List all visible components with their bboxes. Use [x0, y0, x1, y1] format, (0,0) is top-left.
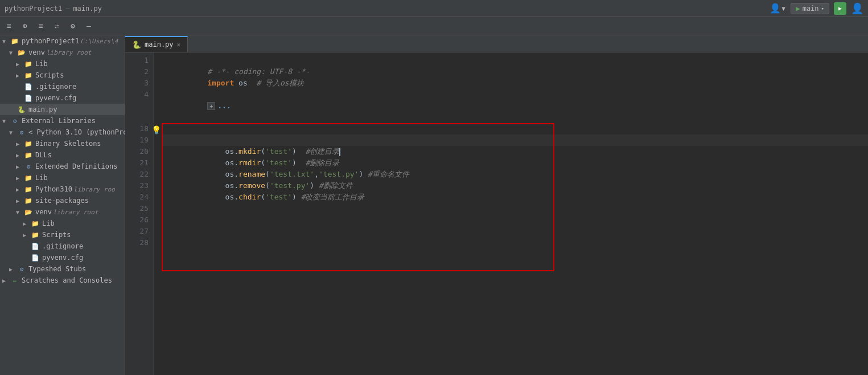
toolbar-settings-btn[interactable]: ⚙	[66, 19, 80, 33]
sidebar-item-lib[interactable]: ▶ 📁 Lib	[0, 58, 125, 70]
sidebar-item-ext-libs[interactable]: ▼ ⚙ External Libraries	[0, 115, 125, 127]
sidebar-item-lib3[interactable]: ▶ 📁 Lib	[0, 218, 125, 229]
code-line-18: 💡	[163, 123, 868, 134]
line-num-27: 27	[125, 226, 149, 237]
sidebar-item-site-packages[interactable]: ▶ 📁 site-packages	[0, 195, 125, 206]
code-line-19: os.mkdir('test') #创建目录	[163, 134, 868, 146]
code-line-4: +...	[163, 89, 868, 100]
sidebar-item-dlls[interactable]: ▶ 📁 DLLs	[0, 149, 125, 161]
sidebar-item-binary-skel[interactable]: ▶ 📁 Binary Skeletons	[0, 138, 125, 149]
code-content[interactable]: # -*- coding: UTF-8 -*- import os # 导入os…	[154, 52, 868, 375]
venv-label: venv	[28, 48, 45, 56]
sidebar-item-pyvenv[interactable]: 📄 pyvenv.cfg	[0, 92, 125, 104]
site-packages-label: site-packages	[35, 197, 89, 205]
folder-icon-lib: 📁	[24, 59, 33, 68]
sidebar-item-venv2[interactable]: ▼ 📂 venv library root	[0, 206, 125, 218]
code-line-3	[163, 78, 868, 89]
toolbar-sync-btn[interactable]: ⇌	[50, 19, 64, 33]
line-num-23: 23	[125, 180, 149, 191]
title-bar: pythonProject1 – main.py 👤▾ ▶ main ▾ 👤	[0, 0, 868, 17]
line-num-28: 28	[125, 237, 149, 248]
sidebar-item-scripts[interactable]: ▶ 📁 Scripts	[0, 70, 125, 81]
lightbulb-icon[interactable]: 💡	[151, 124, 161, 136]
line-num-19: 19	[125, 134, 149, 146]
toolbar-menu-btn[interactable]: ≡	[2, 19, 16, 33]
lib-label: Lib	[35, 60, 48, 68]
sidebar-item-venv[interactable]: ▼ 📂 venv library root	[0, 47, 125, 58]
code-line-28	[163, 237, 868, 248]
toolbar-add-btn[interactable]: ⊕	[18, 19, 32, 33]
tab-main-py[interactable]: 🐍 main.py ✕	[125, 36, 188, 52]
project-sidebar: ▼ 📁 pythonProject1 C:\Users\4 ▼ 📂 venv l…	[0, 35, 125, 375]
arrow-lib3: ▶	[23, 221, 31, 227]
line-num-1: 1	[125, 55, 149, 66]
code-line-22: os.remove('test.py') #删除文件	[163, 169, 868, 180]
sidebar-item-gitignore[interactable]: 📄 .gitignore	[0, 81, 125, 92]
sidebar-item-python310-root[interactable]: ▶ 📁 Python310 library roo	[0, 184, 125, 195]
toolbar-close-btn[interactable]: —	[82, 19, 96, 33]
run-icon: ▶	[796, 5, 800, 13]
folder-icon-site-packages: 📁	[24, 196, 33, 205]
arrow-scripts: ▶	[16, 72, 24, 79]
arrow-python310: ▼	[9, 129, 17, 136]
sidebar-item-main-py[interactable]: 🐍 main.py	[0, 104, 125, 115]
line-num-21: 21	[125, 157, 149, 169]
folder-icon-dlls: 📁	[24, 150, 33, 160]
run-button[interactable]	[834, 2, 846, 15]
arrow-ext-def: ▶	[16, 164, 24, 170]
line-numbers: 1 2 3 4 18 19 20 21 22 23 24 25 26 27 28	[125, 52, 154, 375]
python310-root-suffix: library roo	[73, 186, 115, 193]
code-line-26	[163, 214, 868, 226]
sidebar-item-ext-def[interactable]: ▶ ⚙ Extended Definitions	[0, 161, 125, 172]
line-num-26: 26	[125, 214, 149, 226]
sidebar-item-pyvenv2[interactable]: 📄 pyvenv.cfg	[0, 252, 125, 263]
tab-label: main.py	[145, 40, 174, 48]
tab-close-btn[interactable]: ✕	[177, 41, 181, 48]
run-config-selector[interactable]: ▶ main ▾	[791, 3, 829, 14]
folder-icon-lib2: 📁	[24, 173, 33, 182]
tab-py-icon: 🐍	[132, 40, 141, 49]
ext-def-label: Extended Definitions	[35, 162, 118, 170]
sidebar-item-scripts2[interactable]: ▶ 📁 Scripts	[0, 229, 125, 241]
sidebar-item-lib2[interactable]: ▶ 📁 Lib	[0, 172, 125, 184]
scratches-label: Scratches and Consoles	[22, 276, 112, 284]
line-num-blank1	[125, 100, 149, 123]
code-line-gap2	[163, 112, 868, 123]
file-icon-pyvenv2: 📄	[31, 253, 40, 262]
user-icon[interactable]: 👤▾	[770, 3, 787, 14]
binary-skel-label: Binary Skeletons	[35, 140, 101, 148]
sidebar-item-gitignore2[interactable]: 📄 .gitignore	[0, 241, 125, 252]
folder-icon-binary-skel: 📁	[24, 139, 33, 148]
project-root-path: C:\Users\4	[80, 38, 118, 45]
lib-icon-typeshed: ⚙	[17, 264, 26, 274]
arrow-venv2: ▼	[16, 209, 24, 215]
line-num-18: 18	[125, 123, 149, 134]
toolbar-list-btn[interactable]: ≡	[34, 19, 48, 33]
sidebar-item-scratches[interactable]: ▶ ✏ Scratches and Consoles	[0, 275, 125, 286]
arrow-scratches: ▶	[2, 278, 10, 284]
venv2-label: venv	[35, 208, 52, 216]
lib2-label: Lib	[35, 174, 48, 182]
scripts2-label: Scripts	[42, 231, 71, 239]
file-icon-gitignore2: 📄	[31, 242, 40, 251]
python310-label: < Python 3.10 (pythonPro	[28, 128, 125, 136]
code-line-23: os.chdir('test') #改变当前工作目录	[163, 180, 868, 191]
venv2-suffix: library root	[53, 209, 98, 216]
gitignore-label: .gitignore	[35, 83, 76, 91]
sidebar-item-project-root[interactable]: ▼ 📁 pythonProject1 C:\Users\4	[0, 35, 125, 47]
sidebar-item-python310[interactable]: ▼ ⚙ < Python 3.10 (pythonPro	[0, 127, 125, 138]
code-editor[interactable]: 1 2 3 4 18 19 20 21 22 23 24 25 26 27 28	[125, 52, 868, 375]
file-name-label: main.py	[73, 5, 102, 13]
dlls-label: DLLs	[35, 151, 52, 159]
line-num-22: 22	[125, 169, 149, 180]
code-line-25	[163, 203, 868, 214]
lib-icon-ext-def: ⚙	[24, 162, 33, 171]
sidebar-item-typeshed[interactable]: ▶ ⚙ Typeshed Stubs	[0, 263, 125, 275]
typeshed-label: Typeshed Stubs	[28, 265, 86, 273]
scripts-label: Scripts	[35, 71, 64, 79]
project-name-label: pythonProject1	[5, 5, 62, 13]
tab-bar: 🐍 main.py ✕	[125, 35, 868, 52]
folder-icon-venv2: 📂	[24, 207, 33, 217]
folder-icon-scripts2: 📁	[31, 230, 40, 239]
arrow-lib: ▶	[16, 61, 24, 67]
